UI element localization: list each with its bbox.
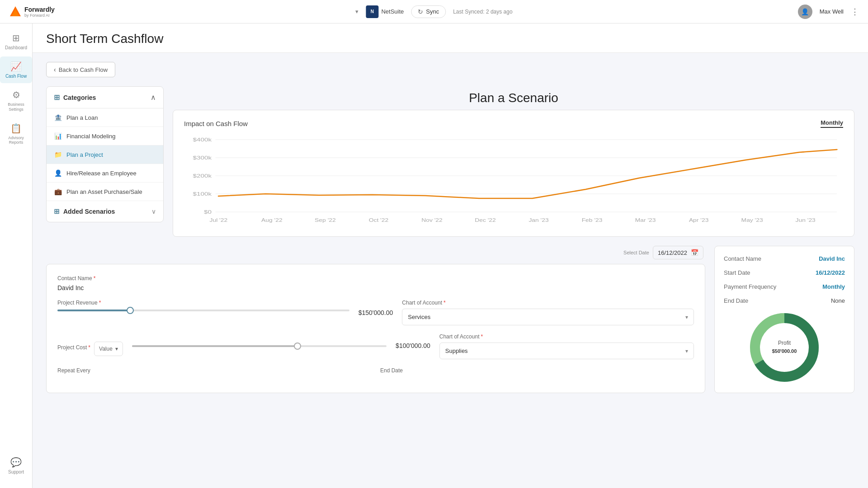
user-avatar: 👤	[798, 5, 812, 19]
repeat-end-row: Repeat Every End Date	[57, 367, 694, 376]
sidebar-label-settings: Business Settings	[4, 102, 28, 112]
cost-slider-container	[132, 345, 387, 347]
sidebar-label-reports: Advisory Reports	[4, 136, 28, 145]
svg-text:May '23: May '23	[741, 218, 763, 223]
coa-cost-arrow: ▾	[685, 348, 688, 354]
category-plan-asset[interactable]: 💼 Plan an Asset Purchase/Sale	[47, 183, 163, 201]
cost-thumb[interactable]	[294, 343, 301, 350]
added-scenarios-icon: ⊞	[54, 207, 60, 216]
netsuite-icon: N	[366, 5, 378, 18]
loan-icon: 🏦	[54, 114, 62, 121]
more-options-icon[interactable]: ⋮	[851, 7, 859, 17]
logo-icon	[9, 5, 22, 18]
category-hire-label: Hire/Release an Employee	[66, 170, 137, 177]
donut-chart-container: Profit $50'000.00	[724, 311, 845, 384]
back-button[interactable]: ‹ Back to Cash Flow	[46, 62, 115, 77]
cashflow-chart: $400k $300k $200k $100k $0 Jul '22	[184, 135, 843, 225]
nav-right: 👤 Max Well ⋮	[798, 5, 859, 19]
coa-revenue-arrow: ▾	[685, 314, 688, 320]
summary-start-row: Start Date 16/12/2022	[724, 269, 845, 276]
sidebar-item-dashboard[interactable]: ⊞ Dashboard	[0, 28, 32, 55]
summary-end-row: End Date None	[724, 297, 845, 304]
nav-center: ▾ N NetSuite ↻ Sync Last Synced: 2 days …	[355, 5, 512, 18]
categories-header[interactable]: ⊞ Categories ∧	[47, 87, 163, 108]
revenue-left: Project Revenue *	[57, 300, 349, 315]
plan-project-wrapper: Select Date 16/12/2022 📅 Contact Name *	[46, 246, 705, 393]
categories-collapse-icon[interactable]: ∧	[151, 93, 156, 102]
select-date-value-text: 16/12/2022	[658, 249, 687, 256]
repeat-label: Repeat Every	[57, 367, 371, 374]
category-plan-a-loan[interactable]: 🏦 Plan a Loan	[47, 108, 163, 127]
added-scenarios-chevron: ∨	[151, 208, 156, 215]
cost-track	[132, 345, 387, 347]
revenue-value-area: $150'000.00	[359, 300, 393, 317]
coa-cost-label: Chart of Account *	[439, 333, 694, 340]
cost-slider-area	[132, 333, 387, 351]
sidebar: ⊞ Dashboard 📈 Cash Flow ⚙ Business Setti…	[0, 23, 33, 488]
svg-point-27	[760, 324, 808, 371]
svg-text:Jul '22: Jul '22	[210, 218, 228, 223]
dashboard-icon: ⊞	[12, 33, 20, 43]
sidebar-item-advisory-reports[interactable]: 📋 Advisory Reports	[0, 118, 32, 150]
svg-text:Apr '23: Apr '23	[689, 218, 709, 223]
coa-cost-value: Supplies	[445, 347, 468, 354]
summary-contact-value: David Inc	[819, 255, 845, 262]
contact-name-value[interactable]: David Inc	[57, 284, 694, 291]
sidebar-item-business-settings[interactable]: ⚙ Business Settings	[0, 85, 32, 117]
summary-end-label: End Date	[724, 297, 748, 304]
contact-name-label: Contact Name *	[57, 275, 694, 282]
select-date-input[interactable]: 16/12/2022 📅	[653, 246, 703, 259]
cost-fill	[132, 345, 297, 347]
summary-contact-label: Contact Name	[724, 255, 761, 262]
cost-row: Project Cost * Value ▾	[57, 333, 694, 359]
sync-icon: ↻	[418, 8, 423, 15]
svg-text:$300k: $300k	[193, 155, 212, 160]
category-plan-a-project[interactable]: 📁 Plan a Project	[47, 145, 163, 164]
page-title: Short Term Cashflow	[46, 32, 854, 46]
page-header: Short Term Cashflow	[33, 23, 868, 53]
sync-label: Sync	[426, 8, 439, 15]
categories-title: Categories	[63, 94, 96, 101]
svg-text:$100k: $100k	[193, 191, 212, 197]
svg-text:$400k: $400k	[193, 137, 212, 142]
employee-icon: 👤	[54, 169, 62, 177]
category-hire-release[interactable]: 👤 Hire/Release an Employee	[47, 164, 163, 183]
added-scenarios-section[interactable]: ⊞ Added Scenarios ∨	[47, 201, 163, 222]
end-date-col: End Date	[380, 367, 694, 376]
plan-project-card: Contact Name * David Inc Project Revenue…	[46, 264, 705, 393]
select-date-label: Select Date	[623, 250, 649, 255]
cost-type-dropdown[interactable]: Value ▾	[94, 342, 123, 356]
cost-value-area: $100'000.00	[396, 333, 430, 350]
support-icon: 💬	[10, 457, 22, 468]
revenue-thumb[interactable]	[127, 307, 134, 314]
sidebar-item-cashflow[interactable]: 📈 Cash Flow	[0, 56, 32, 83]
summary-start-value: 16/12/2022	[816, 269, 845, 276]
user-name: Max Well	[820, 8, 844, 15]
sync-button[interactable]: ↻ Sync	[411, 5, 446, 18]
revenue-track	[57, 310, 349, 311]
coa-cost-dropdown[interactable]: Supplies ▾	[439, 343, 694, 359]
coa-revenue-label: Chart of Account *	[402, 300, 694, 306]
end-date-label: End Date	[380, 367, 694, 374]
chart-period[interactable]: Monthly	[821, 119, 843, 128]
cost-label: Project Cost *	[57, 344, 90, 351]
netsuite-connector[interactable]: N NetSuite	[366, 5, 404, 18]
asset-icon: 💼	[54, 188, 62, 195]
sidebar-label-cashflow: Cash Flow	[5, 74, 27, 79]
chart-header: Impact on Cash Flow Monthly	[184, 119, 843, 128]
connector-label: NetSuite	[381, 8, 404, 15]
scenario-heading: Plan a Scenario	[173, 91, 854, 105]
sidebar-item-support[interactable]: 💬 Support	[0, 452, 32, 479]
revenue-slider-container	[57, 310, 349, 311]
summary-frequency-label: Payment Frequency	[724, 283, 776, 290]
svg-text:$0: $0	[204, 209, 212, 215]
reports-icon: 📋	[10, 123, 22, 134]
logo: Forwardly by Forward AI	[9, 5, 55, 18]
svg-text:Mar '23: Mar '23	[635, 218, 656, 223]
connector-chevron[interactable]: ▾	[355, 8, 359, 15]
category-financial-modeling[interactable]: 📊 Financial Modeling	[47, 127, 163, 145]
chart-container: $400k $300k $200k $100k $0 Jul '22	[184, 135, 843, 227]
added-scenarios-left: ⊞ Added Scenarios	[54, 207, 115, 216]
category-loan-label: Plan a Loan	[66, 114, 98, 121]
coa-revenue-dropdown[interactable]: Services ▾	[402, 309, 694, 325]
